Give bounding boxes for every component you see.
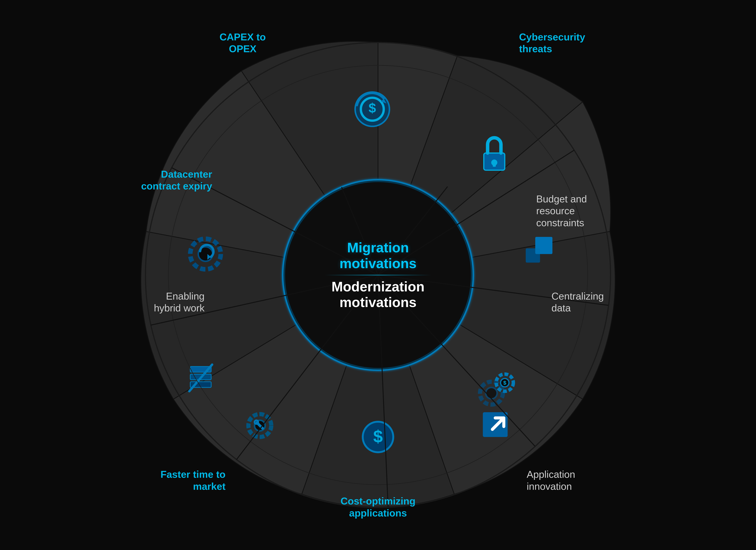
capex-icon: $: [355, 92, 389, 126]
migration-title: Migration motivations: [311, 240, 445, 271]
svg-rect-11: [493, 163, 496, 167]
budget-label: Budget andresource constraints: [536, 193, 620, 229]
application-label: Applicationinnovation: [527, 468, 603, 492]
application-icon: [483, 412, 508, 437]
svg-text:$: $: [373, 427, 383, 446]
faster-label: Faster time tomarket: [153, 468, 226, 492]
svg-text:$: $: [369, 101, 376, 115]
center-content: Migration motivations Modernization moti…: [311, 240, 445, 310]
centralizing-label: Centralizingdata: [551, 290, 620, 314]
svg-rect-14: [535, 237, 552, 254]
svg-text:$: $: [503, 380, 506, 386]
modernization-title: Modernization motivations: [311, 279, 445, 310]
svg-point-16: [486, 387, 497, 399]
datacenter-label: Datacentercontract expiry: [136, 168, 212, 192]
cost-optimizing-label: Cost-optimizingapplications: [336, 495, 420, 519]
hybrid-label: Enablinghybrid work: [136, 290, 205, 314]
cost-optimizing-icon: $: [363, 422, 393, 452]
cybersecurity-label: Cybersecuritythreats: [519, 31, 603, 55]
capex-label: CAPEX to OPEX: [206, 31, 279, 55]
diagram-container: $: [130, 27, 626, 523]
center-divider: [325, 275, 431, 275]
